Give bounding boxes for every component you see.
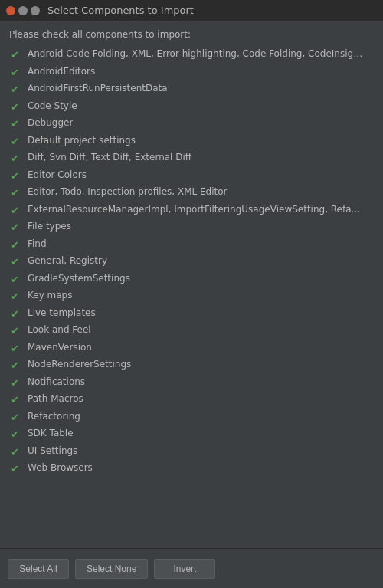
select-none-button[interactable]: Select None bbox=[75, 559, 148, 579]
window-controls[interactable] bbox=[6, 6, 40, 15]
checkbox-icon: ✔ bbox=[11, 186, 23, 201]
item-label: SDK Table bbox=[28, 426, 74, 440]
list-item[interactable]: ✔File types bbox=[9, 218, 374, 236]
item-label: Notifications bbox=[28, 375, 85, 389]
item-label: Debugger bbox=[28, 116, 73, 130]
checkbox-icon: ✔ bbox=[11, 117, 23, 132]
checkbox-icon: ✔ bbox=[11, 358, 23, 373]
checkbox-icon: ✔ bbox=[11, 169, 23, 184]
checkbox-icon: ✔ bbox=[11, 100, 23, 115]
item-label: Web Browsers bbox=[28, 461, 93, 475]
list-item[interactable]: ✔ExternalResourceManagerImpl, ImportFilt… bbox=[9, 202, 374, 219]
item-label: Editor Colors bbox=[28, 168, 87, 182]
list-item[interactable]: ✔Editor, Todo, Inspection profiles, XML … bbox=[9, 184, 374, 202]
list-item[interactable]: ✔Find bbox=[9, 236, 374, 254]
item-label: Default project settings bbox=[28, 133, 136, 147]
checkbox-icon: ✔ bbox=[11, 289, 23, 304]
list-item[interactable]: ✔Look and Feel bbox=[9, 322, 374, 340]
list-item[interactable]: ✔NodeRendererSettings bbox=[9, 356, 374, 374]
dialog-title: Select Components to Import bbox=[47, 5, 194, 16]
checkbox-icon: ✔ bbox=[11, 203, 23, 218]
list-item[interactable]: ✔SDK Table bbox=[9, 425, 374, 443]
item-label: UI Settings bbox=[28, 444, 77, 458]
checkbox-icon: ✔ bbox=[11, 48, 23, 63]
select-all-button[interactable]: Select All bbox=[8, 559, 69, 579]
item-label: Find bbox=[28, 237, 47, 251]
components-list[interactable]: ✔Android Code Folding, XML, Error highli… bbox=[9, 46, 374, 548]
list-item[interactable]: ✔GradleSystemSettings bbox=[9, 271, 374, 288]
item-label: NodeRendererSettings bbox=[28, 357, 131, 371]
checkbox-icon: ✔ bbox=[11, 462, 23, 477]
item-label: Live templates bbox=[28, 306, 96, 320]
checkbox-icon: ✔ bbox=[11, 307, 23, 322]
item-label: AndroidFirstRunPersistentData bbox=[28, 81, 168, 95]
checkbox-icon: ✔ bbox=[11, 151, 23, 166]
dialog-content: Please check all components to import: ✔… bbox=[0, 21, 383, 548]
title-bar: Select Components to Import bbox=[0, 0, 383, 21]
invert-button[interactable]: Invert bbox=[154, 559, 215, 579]
checkbox-icon: ✔ bbox=[11, 341, 23, 356]
list-item[interactable]: ✔Refactoring bbox=[9, 409, 374, 426]
checkbox-icon: ✔ bbox=[11, 272, 23, 287]
checkbox-icon: ✔ bbox=[11, 82, 23, 97]
checkbox-icon: ✔ bbox=[11, 445, 23, 460]
item-label: Key maps bbox=[28, 288, 72, 302]
checkbox-icon: ✔ bbox=[11, 134, 23, 149]
item-label: Diff, Svn Diff, Text Diff, External Diff bbox=[28, 150, 192, 164]
list-item[interactable]: ✔Live templates bbox=[9, 305, 374, 323]
list-item[interactable]: ✔MavenVersion bbox=[9, 340, 374, 357]
list-item[interactable]: ✔Editor Colors bbox=[9, 167, 374, 185]
maximize-button[interactable] bbox=[31, 6, 40, 15]
item-label: Refactoring bbox=[28, 409, 80, 423]
list-item[interactable]: ✔Key maps bbox=[9, 287, 374, 305]
checkbox-icon: ✔ bbox=[11, 255, 23, 270]
item-label: GradleSystemSettings bbox=[28, 271, 130, 285]
description-text: Please check all components to import: bbox=[9, 29, 374, 40]
list-item[interactable]: ✔Diff, Svn Diff, Text Diff, External Dif… bbox=[9, 149, 374, 167]
checkbox-icon: ✔ bbox=[11, 324, 23, 339]
list-item[interactable]: ✔Debugger bbox=[9, 115, 374, 133]
list-item[interactable]: ✔Path Macros bbox=[9, 391, 374, 409]
item-label: ExternalResourceManagerImpl, ImportFilte… bbox=[28, 202, 365, 216]
list-item[interactable]: ✔General, Registry bbox=[9, 253, 374, 271]
item-label: General, Registry bbox=[28, 254, 107, 268]
checkbox-icon: ✔ bbox=[11, 427, 23, 442]
list-item[interactable]: ✔UI Settings bbox=[9, 443, 374, 461]
item-label: MavenVersion bbox=[28, 340, 92, 354]
checkbox-icon: ✔ bbox=[11, 376, 23, 391]
item-label: AndroidEditors bbox=[28, 64, 95, 78]
list-item[interactable]: ✔AndroidEditors bbox=[9, 64, 374, 81]
list-item[interactable]: ✔Default project settings bbox=[9, 133, 374, 150]
checkbox-icon: ✔ bbox=[11, 238, 23, 253]
item-label: Code Style bbox=[28, 99, 77, 113]
item-label: Path Macros bbox=[28, 392, 83, 406]
item-label: Android Code Folding, XML, Error highlig… bbox=[28, 47, 365, 61]
item-label: Look and Feel bbox=[28, 323, 91, 337]
item-label: File types bbox=[28, 219, 71, 233]
list-item[interactable]: ✔AndroidFirstRunPersistentData bbox=[9, 80, 374, 98]
list-item[interactable]: ✔Android Code Folding, XML, Error highli… bbox=[9, 46, 374, 64]
checkbox-icon: ✔ bbox=[11, 393, 23, 408]
list-item[interactable]: ✔Code Style bbox=[9, 98, 374, 116]
list-item[interactable]: ✔Web Browsers bbox=[9, 460, 374, 478]
checkbox-icon: ✔ bbox=[11, 410, 23, 425]
checkbox-icon: ✔ bbox=[11, 220, 23, 235]
footer-buttons: Select All Select None Invert bbox=[0, 548, 383, 588]
minimize-button[interactable] bbox=[18, 6, 28, 15]
close-button[interactable] bbox=[6, 6, 15, 15]
list-item[interactable]: ✔Notifications bbox=[9, 374, 374, 392]
item-label: Editor, Todo, Inspection profiles, XML E… bbox=[28, 185, 228, 199]
checkbox-icon: ✔ bbox=[11, 65, 23, 80]
